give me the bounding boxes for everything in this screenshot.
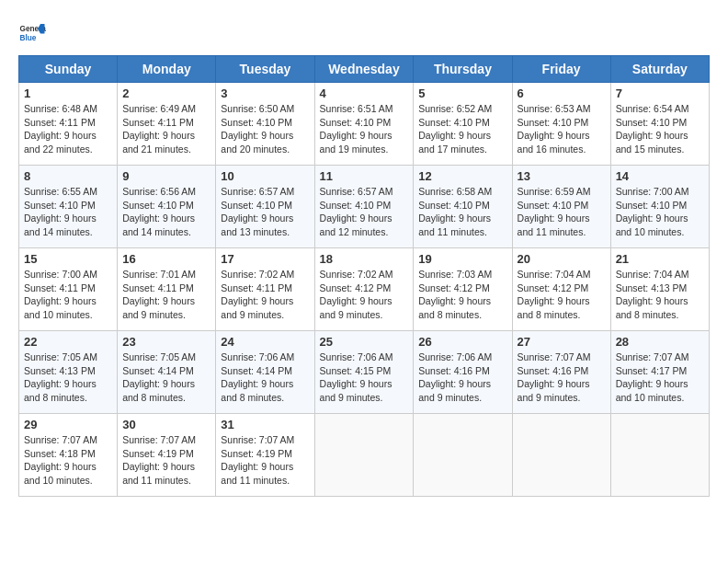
calendar-cell: 22 Sunrise: 7:05 AM Sunset: 4:13 PM Dayl… bbox=[19, 331, 118, 414]
sunrise-label: Sunrise: 7:06 AM bbox=[221, 351, 294, 362]
day-number: 25 bbox=[320, 335, 409, 349]
day-number: 22 bbox=[24, 335, 112, 349]
sunrise-label: Sunrise: 7:02 AM bbox=[320, 269, 393, 280]
daylight-label: Daylight: 9 hours and 8 minutes. bbox=[616, 295, 688, 320]
sunset-label: Sunset: 4:10 PM bbox=[320, 200, 392, 211]
sunrise-label: Sunrise: 6:59 AM bbox=[518, 186, 591, 197]
day-info: Sunrise: 6:59 AM Sunset: 4:10 PM Dayligh… bbox=[518, 185, 606, 239]
day-number: 5 bbox=[418, 86, 506, 100]
sunset-label: Sunset: 4:15 PM bbox=[320, 365, 392, 376]
calendar-cell: 31 Sunrise: 7:07 AM Sunset: 4:19 PM Dayl… bbox=[216, 414, 314, 497]
sunrise-label: Sunrise: 6:51 AM bbox=[320, 103, 393, 114]
logo-icon: General Blue bbox=[18, 18, 46, 46]
calendar-cell: 27 Sunrise: 7:07 AM Sunset: 4:16 PM Dayl… bbox=[512, 331, 610, 414]
calendar-cell bbox=[414, 414, 512, 497]
daylight-label: Daylight: 9 hours and 9 minutes. bbox=[221, 295, 293, 320]
sunrise-label: Sunrise: 7:07 AM bbox=[221, 434, 294, 445]
sunset-label: Sunset: 4:16 PM bbox=[418, 365, 490, 376]
day-number: 7 bbox=[616, 86, 704, 100]
day-info: Sunrise: 6:56 AM Sunset: 4:10 PM Dayligh… bbox=[122, 185, 210, 239]
sunrise-label: Sunrise: 7:00 AM bbox=[24, 269, 97, 280]
calendar-cell: 1 Sunrise: 6:48 AM Sunset: 4:11 PM Dayli… bbox=[19, 83, 118, 166]
header: General Blue bbox=[18, 18, 710, 46]
calendar-cell: 26 Sunrise: 7:06 AM Sunset: 4:16 PM Dayl… bbox=[414, 331, 512, 414]
day-number: 19 bbox=[418, 252, 506, 266]
daylight-label: Daylight: 9 hours and 11 minutes. bbox=[122, 461, 195, 486]
calendar-table: SundayMondayTuesdayWednesdayThursdayFrid… bbox=[18, 55, 710, 497]
sunset-label: Sunset: 4:12 PM bbox=[518, 282, 589, 293]
day-info: Sunrise: 7:02 AM Sunset: 4:11 PM Dayligh… bbox=[221, 268, 309, 322]
sunset-label: Sunset: 4:18 PM bbox=[24, 448, 96, 459]
sunrise-label: Sunrise: 6:50 AM bbox=[221, 103, 294, 114]
day-number: 17 bbox=[221, 252, 309, 266]
sunset-label: Sunset: 4:10 PM bbox=[221, 200, 292, 211]
day-number: 6 bbox=[518, 86, 606, 100]
day-number: 30 bbox=[122, 418, 210, 431]
sunset-label: Sunset: 4:10 PM bbox=[24, 200, 96, 211]
sunset-label: Sunset: 4:19 PM bbox=[221, 448, 292, 459]
daylight-label: Daylight: 9 hours and 9 minutes. bbox=[320, 295, 392, 320]
calendar-week-row: 15 Sunrise: 7:00 AM Sunset: 4:11 PM Dayl… bbox=[19, 248, 710, 331]
day-info: Sunrise: 7:07 AM Sunset: 4:17 PM Dayligh… bbox=[616, 350, 704, 405]
day-info: Sunrise: 7:05 AM Sunset: 4:14 PM Dayligh… bbox=[122, 350, 210, 405]
sunset-label: Sunset: 4:13 PM bbox=[616, 282, 688, 293]
day-number: 26 bbox=[418, 335, 506, 349]
calendar-cell: 20 Sunrise: 7:04 AM Sunset: 4:12 PM Dayl… bbox=[512, 248, 610, 331]
day-info: Sunrise: 6:49 AM Sunset: 4:11 PM Dayligh… bbox=[122, 102, 210, 156]
col-header-sunday: Sunday bbox=[19, 56, 118, 83]
sunrise-label: Sunrise: 6:49 AM bbox=[122, 103, 196, 114]
day-number: 14 bbox=[616, 169, 704, 183]
day-number: 8 bbox=[24, 169, 112, 183]
daylight-label: Daylight: 9 hours and 17 minutes. bbox=[418, 130, 491, 155]
sunset-label: Sunset: 4:16 PM bbox=[518, 365, 589, 376]
day-info: Sunrise: 7:07 AM Sunset: 4:18 PM Dayligh… bbox=[24, 433, 112, 488]
calendar-cell: 15 Sunrise: 7:00 AM Sunset: 4:11 PM Dayl… bbox=[19, 248, 118, 331]
daylight-label: Daylight: 9 hours and 10 minutes. bbox=[616, 213, 688, 237]
day-number: 24 bbox=[221, 335, 309, 349]
sunset-label: Sunset: 4:11 PM bbox=[122, 282, 194, 293]
sunrise-label: Sunrise: 7:07 AM bbox=[616, 351, 689, 362]
day-number: 16 bbox=[122, 252, 210, 266]
sunrise-label: Sunrise: 7:06 AM bbox=[320, 351, 393, 362]
day-info: Sunrise: 7:02 AM Sunset: 4:12 PM Dayligh… bbox=[320, 268, 409, 322]
col-header-thursday: Thursday bbox=[414, 56, 512, 83]
sunset-label: Sunset: 4:14 PM bbox=[221, 365, 292, 376]
daylight-label: Daylight: 9 hours and 10 minutes. bbox=[24, 461, 97, 486]
daylight-label: Daylight: 9 hours and 15 minutes. bbox=[616, 130, 688, 155]
day-info: Sunrise: 6:55 AM Sunset: 4:10 PM Dayligh… bbox=[24, 185, 112, 239]
sunset-label: Sunset: 4:10 PM bbox=[616, 200, 688, 211]
day-info: Sunrise: 6:48 AM Sunset: 4:11 PM Dayligh… bbox=[24, 102, 112, 156]
sunrise-label: Sunrise: 7:05 AM bbox=[122, 351, 196, 362]
sunrise-label: Sunrise: 7:07 AM bbox=[24, 434, 97, 445]
sunrise-label: Sunrise: 7:03 AM bbox=[418, 269, 492, 280]
daylight-label: Daylight: 9 hours and 11 minutes. bbox=[518, 213, 590, 237]
day-info: Sunrise: 7:06 AM Sunset: 4:15 PM Dayligh… bbox=[320, 350, 409, 405]
sunset-label: Sunset: 4:10 PM bbox=[518, 117, 589, 128]
day-info: Sunrise: 6:57 AM Sunset: 4:10 PM Dayligh… bbox=[221, 185, 309, 239]
calendar-week-row: 8 Sunrise: 6:55 AM Sunset: 4:10 PM Dayli… bbox=[19, 166, 710, 248]
daylight-label: Daylight: 9 hours and 12 minutes. bbox=[320, 213, 392, 237]
calendar-week-row: 1 Sunrise: 6:48 AM Sunset: 4:11 PM Dayli… bbox=[19, 83, 710, 166]
day-info: Sunrise: 7:06 AM Sunset: 4:16 PM Dayligh… bbox=[418, 350, 506, 405]
day-number: 3 bbox=[221, 86, 309, 100]
calendar-cell: 28 Sunrise: 7:07 AM Sunset: 4:17 PM Dayl… bbox=[610, 331, 709, 414]
day-info: Sunrise: 6:52 AM Sunset: 4:10 PM Dayligh… bbox=[418, 102, 506, 156]
calendar-cell: 18 Sunrise: 7:02 AM Sunset: 4:12 PM Dayl… bbox=[314, 248, 414, 331]
calendar-header-row: SundayMondayTuesdayWednesdayThursdayFrid… bbox=[19, 56, 710, 83]
sunset-label: Sunset: 4:10 PM bbox=[418, 117, 490, 128]
col-header-saturday: Saturday bbox=[610, 56, 709, 83]
day-info: Sunrise: 6:58 AM Sunset: 4:10 PM Dayligh… bbox=[418, 185, 506, 239]
day-info: Sunrise: 7:04 AM Sunset: 4:13 PM Dayligh… bbox=[616, 268, 704, 322]
calendar-cell: 9 Sunrise: 6:56 AM Sunset: 4:10 PM Dayli… bbox=[118, 166, 216, 248]
sunset-label: Sunset: 4:10 PM bbox=[616, 117, 688, 128]
col-header-tuesday: Tuesday bbox=[216, 56, 314, 83]
calendar-cell: 3 Sunrise: 6:50 AM Sunset: 4:10 PM Dayli… bbox=[216, 83, 314, 166]
svg-text:Blue: Blue bbox=[20, 34, 37, 42]
day-number: 18 bbox=[320, 252, 409, 266]
day-info: Sunrise: 6:50 AM Sunset: 4:10 PM Dayligh… bbox=[221, 102, 309, 156]
sunrise-label: Sunrise: 7:04 AM bbox=[616, 269, 689, 280]
sunset-label: Sunset: 4:10 PM bbox=[122, 200, 194, 211]
calendar-cell bbox=[314, 414, 414, 497]
daylight-label: Daylight: 9 hours and 8 minutes. bbox=[24, 378, 97, 403]
sunrise-label: Sunrise: 6:57 AM bbox=[221, 186, 294, 197]
